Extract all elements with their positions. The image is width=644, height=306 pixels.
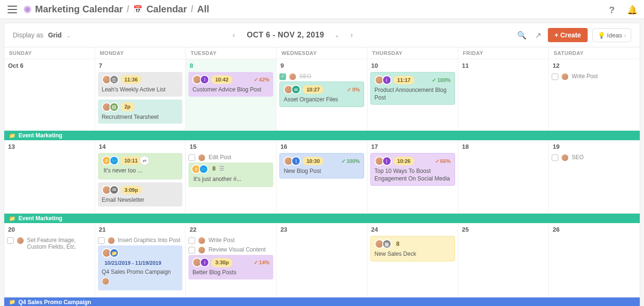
time-pill: 10:26 — [394, 157, 414, 165]
day-cell[interactable]: 18 — [458, 140, 549, 214]
week-row: 20 Set Feature Image, Custom Fields, Etc… — [4, 223, 640, 297]
event-title: Q4 Sales Promo Campaign — [102, 269, 179, 276]
day-cell[interactable]: 26 — [549, 223, 640, 297]
twitter-icon: 🐦 — [199, 164, 208, 174]
checkbox-icon[interactable] — [188, 237, 195, 244]
day-cell[interactable]: 14 #🐦10:11⇄It's never too ... ✉3:09p Ema… — [95, 140, 186, 214]
checkbox-icon[interactable] — [552, 73, 558, 80]
day-cell[interactable]: 23 — [277, 223, 367, 297]
rss-icon: ⌇ — [382, 75, 392, 85]
day-number: 10 — [370, 61, 455, 72]
ideas-button[interactable]: 💡Ideas› — [592, 28, 631, 42]
checkbox-icon[interactable] — [188, 247, 195, 253]
day-cell-today[interactable]: 8 ⌇10:42✓ 42% Customer Advice Blog Post — [186, 59, 277, 131]
event-card[interactable]: ▤2p Recruitment Tearsheet — [98, 99, 183, 124]
rss-icon: ⌇ — [200, 258, 209, 267]
day-cell[interactable]: 15 Edit Post #🐦8☰It's just another #... — [186, 140, 277, 214]
task-item[interactable]: Insert Graphics Into Post — [98, 236, 183, 245]
prev-range-button[interactable]: ‹ — [229, 29, 239, 41]
day-number: 7 — [98, 61, 183, 72]
count-badge: 8 — [212, 165, 215, 173]
breadcrumb-leaf[interactable]: All — [197, 4, 209, 15]
display-as-dropdown[interactable]: Display as Grid ⌄ — [13, 31, 71, 39]
day-cell[interactable]: 20 Set Feature Image, Custom Fields, Etc… — [4, 223, 95, 297]
event-card[interactable]: ⌇10:30✓ 100% New Blog Post — [279, 153, 364, 179]
avatar — [198, 237, 206, 244]
time-pill: 10:30 — [303, 157, 323, 165]
event-title: It's just another #... — [193, 176, 241, 183]
bell-icon[interactable]: 🔔 — [627, 5, 636, 14]
menu-icon[interactable] — [8, 6, 17, 13]
project-band[interactable]: 📁Q4 Sales Promo Campaign — [4, 297, 640, 306]
day-cell[interactable]: 10 ⌇11:17✓ 100% Product Announcement Blo… — [367, 59, 458, 131]
avatar — [198, 154, 206, 162]
chevron-down-icon[interactable]: ⌄ — [335, 32, 340, 38]
event-card[interactable]: #🐦10:11⇄It's never too ... — [98, 153, 183, 180]
breadcrumb-root[interactable]: Marketing Calendar — [35, 4, 123, 15]
day-cell[interactable]: 7 ☰11:36 Leah's Weekly Active List ▤2p R… — [95, 59, 186, 131]
help-icon[interactable]: ? — [609, 5, 618, 14]
checkbox-icon[interactable] — [552, 154, 558, 161]
event-card[interactable]: ⌇10:26✓ 66% Top 10 Ways To Boost Engagem… — [370, 153, 455, 186]
event-card[interactable]: ▦8 New Sales Deck — [370, 236, 455, 261]
event-card[interactable]: ⌇3:30p✓ 14% Better Blog Posts — [188, 255, 273, 279]
event-title: Email Newsletter — [102, 197, 179, 204]
dow-mon: MONDAY — [95, 47, 186, 59]
event-card[interactable]: #🐦8☰It's just another #... — [188, 162, 273, 187]
task-item[interactable]: Write Post — [552, 72, 637, 81]
checkbox-icon[interactable] — [7, 237, 14, 244]
day-number: 8 — [188, 61, 273, 72]
day-cell[interactable]: 21 Insert Graphics Into Post 📁10/21/2019… — [95, 223, 186, 297]
event-card[interactable]: ✉3:09p Email Newsletter — [98, 182, 183, 207]
checkbox-icon[interactable] — [188, 154, 195, 161]
day-cell[interactable]: 22 Write Post Review Visual Content ⌇3:3… — [186, 223, 277, 297]
event-title: Recruitment Tearsheet — [102, 114, 179, 121]
event-title: New Blog Post — [284, 168, 360, 175]
next-range-button[interactable]: › — [347, 29, 357, 41]
day-cell[interactable]: 25 — [458, 223, 549, 297]
task-item[interactable]: Review Visual Content — [188, 245, 273, 255]
time-pill: 3:30p — [211, 258, 233, 267]
checkbox-icon[interactable] — [279, 73, 286, 80]
event-card[interactable]: ✉10:27✓ 0% Asset Organizer Files — [279, 81, 364, 107]
day-cell[interactable]: 16 ⌇10:30✓ 100% New Blog Post — [277, 140, 367, 214]
day-cell[interactable]: 11 — [458, 59, 549, 131]
avatar — [102, 278, 109, 285]
day-cell[interactable]: 12 Write Post — [549, 59, 640, 131]
create-button[interactable]: +Create — [548, 28, 588, 42]
chevron-down-icon: ⌄ — [66, 33, 71, 38]
day-cell[interactable]: 17 ⌇10:26✓ 66% Top 10 Ways To Boost Enga… — [367, 140, 458, 214]
event-card[interactable]: ☰11:36 Leah's Weekly Active List — [98, 72, 183, 97]
share-icon[interactable]: ↗ — [533, 29, 543, 42]
task-item[interactable]: Write Post — [188, 236, 273, 245]
time-pill: 3:09p — [121, 186, 142, 194]
breadcrumb-calendar[interactable]: Calendar — [146, 4, 187, 15]
day-number: 15 — [188, 142, 273, 153]
avatar — [561, 154, 569, 162]
search-icon[interactable]: 🔍 — [515, 29, 528, 42]
event-title: Customer Advice Blog Post — [192, 86, 269, 94]
dow-thu: THURSDAY — [367, 47, 458, 59]
day-cell[interactable]: 9 SEO ✉10:27✓ 0% Asset Organizer Files — [277, 59, 367, 131]
event-card[interactable]: ⌇11:17✓ 100% Product Announcement Blog P… — [370, 72, 455, 105]
project-band[interactable]: 📁Event Marketing — [4, 214, 640, 223]
day-cell[interactable]: 19 SEO — [549, 140, 640, 214]
task-item[interactable]: SEO — [552, 153, 637, 162]
task-item[interactable]: SEO — [279, 72, 364, 81]
task-item[interactable]: Set Feature Image, Custom Fields, Etc. — [7, 236, 92, 251]
date-range-label[interactable]: OCT 6 - NOV 2, 2019 — [247, 31, 324, 39]
day-number: 13 — [7, 142, 92, 153]
checkbox-icon[interactable] — [98, 237, 105, 244]
day-cell[interactable]: Oct 6 — [4, 59, 95, 131]
count-badge: 8 — [396, 241, 400, 248]
rss-icon: ⌇ — [200, 75, 209, 84]
day-cell[interactable]: 24 ▦8 New Sales Deck — [367, 223, 458, 297]
event-card[interactable]: 📁10/21/2019 - 11/19/2019 Q4 Sales Promo … — [98, 245, 183, 290]
project-band[interactable]: 📁Event Marketing — [4, 131, 640, 140]
task-item[interactable]: Edit Post — [188, 153, 273, 162]
app-logo[interactable] — [24, 6, 31, 13]
day-cell[interactable]: 13 — [4, 140, 95, 214]
avatar — [561, 73, 569, 81]
event-card[interactable]: ⌇10:42✓ 42% Customer Advice Blog Post — [188, 72, 273, 97]
event-title: Better Blog Posts — [192, 269, 269, 277]
